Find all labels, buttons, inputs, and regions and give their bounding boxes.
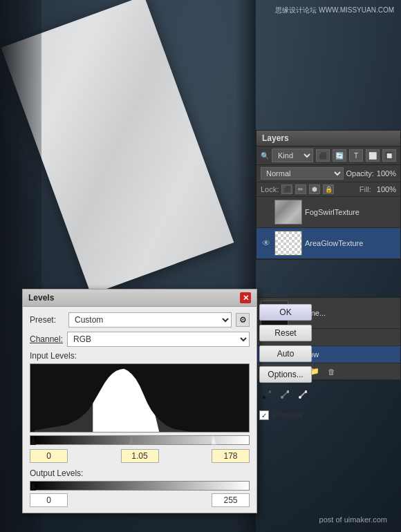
eyedropper-row	[259, 387, 312, 402]
opacity-label: Opacity:	[346, 169, 374, 178]
options-button[interactable]: Options...	[259, 366, 312, 383]
channel-label: Channel:	[30, 334, 63, 344]
layer-name-areaglow: AreaGlowTexture	[305, 239, 396, 247]
black-point-handle[interactable]	[30, 435, 36, 445]
layers-panel-title: Layers	[257, 131, 400, 146]
layers-icon-T[interactable]: T	[349, 149, 363, 162]
layers-icon-2[interactable]: 🔄	[333, 149, 346, 162]
histogram-container	[30, 363, 250, 433]
lock-icon-1[interactable]: ⬛	[281, 184, 292, 194]
output-black-handle[interactable]	[30, 481, 36, 491]
layer-areaglow[interactable]: 👁 AreaGlowTexture	[257, 228, 400, 259]
layers-icon-4[interactable]: 🔲	[382, 149, 396, 162]
input-levels-slider[interactable]	[30, 435, 250, 445]
layer-name-fogswirl: FogSwirlTexture	[305, 208, 396, 216]
dialog-titlebar: Levels ✕	[23, 289, 257, 307]
preview-checkbox[interactable]: ✓	[259, 410, 269, 420]
blend-mode-row: Normal Opacity: 100%	[257, 165, 400, 182]
watermark: 思缘设计论坛 WWW.MISSYUAN.COM	[275, 6, 394, 15]
svg-point-10	[299, 396, 301, 399]
mid-point-handle[interactable]	[129, 435, 134, 445]
dialog-close-button[interactable]: ✕	[240, 292, 251, 303]
output-black-input[interactable]	[30, 493, 68, 507]
ok-button[interactable]: OK	[259, 304, 312, 321]
dialog-title: Levels	[28, 293, 54, 303]
lock-row: Lock: ⬛ ✏ ⬢ 🔒 Fill: 100%	[257, 182, 400, 197]
preset-dropdown[interactable]: Custom	[68, 312, 232, 327]
dialog-buttons-panel: OK Reset Auto Options...	[259, 304, 312, 420]
output-white-input[interactable]	[212, 493, 250, 507]
layers-icon-1[interactable]: ⬛	[316, 149, 330, 162]
output-levels-label: Output Levels:	[30, 468, 250, 478]
layers-panel: Layers 🔍 Kind ⬛ 🔄 T ⬜ 🔲 Normal Opacity: …	[256, 130, 401, 260]
black-eyedropper-icon[interactable]	[259, 387, 274, 402]
layer-eye-fogswirl[interactable]	[261, 207, 272, 218]
preset-label: Preset:	[30, 315, 64, 325]
layers-kind-toolbar: 🔍 Kind ⬛ 🔄 T ⬜ 🔲	[257, 146, 400, 165]
blend-mode-dropdown[interactable]: Normal	[261, 167, 344, 180]
lock-icon-3[interactable]: ⬢	[309, 184, 320, 194]
white-eyedropper-icon[interactable]	[295, 387, 310, 402]
lock-icon-4[interactable]: 🔒	[323, 184, 334, 194]
svg-point-4	[263, 396, 265, 399]
channel-dropdown[interactable]: RGB Red Green Blue	[67, 332, 250, 347]
svg-rect-8	[287, 390, 289, 393]
opacity-value: 100%	[377, 169, 396, 178]
bottom-credit: post of uimaker.com	[319, 515, 387, 524]
black-point-input[interactable]	[30, 449, 68, 463]
input-levels-values-row	[30, 449, 250, 463]
white-point-input[interactable]	[212, 449, 250, 463]
output-levels-slider[interactable]	[30, 481, 250, 491]
layers-icon-3[interactable]: ⬜	[366, 149, 380, 162]
output-levels-values-row	[30, 493, 250, 507]
svg-rect-11	[305, 390, 307, 393]
levels-dialog: Levels ✕ Preset: Custom ⚙ Channel: RGB R…	[22, 289, 257, 513]
reset-button[interactable]: Reset	[259, 325, 312, 341]
layer-thumb-fogswirl	[274, 200, 302, 225]
preview-label: Preview	[273, 410, 303, 420]
fill-value: 100%	[377, 185, 396, 193]
layer-thumb-areaglow	[274, 231, 302, 256]
preset-row: Preset: Custom ⚙	[30, 312, 250, 327]
input-levels-label: Input Levels:	[30, 351, 250, 361]
lock-label: Lock:	[261, 185, 279, 193]
mid-point-input[interactable]	[121, 449, 159, 463]
layers-kind-dropdown[interactable]: Kind	[272, 149, 313, 162]
dialog-body: Preset: Custom ⚙ Channel: RGB Red Green …	[23, 307, 257, 513]
preset-settings-button[interactable]: ⚙	[236, 313, 250, 327]
delete-layer-button[interactable]: 🗑	[326, 367, 337, 377]
svg-point-7	[281, 396, 283, 399]
layer-fogswirl[interactable]: FogSwirlTexture	[257, 197, 400, 228]
lock-icon-2[interactable]: ✏	[295, 184, 306, 194]
gray-eyedropper-icon[interactable]	[277, 387, 292, 402]
histogram-chart	[30, 364, 249, 432]
preview-row: ✓ Preview	[259, 410, 312, 420]
auto-button[interactable]: Auto	[259, 345, 312, 362]
fill-label: Fill:	[360, 185, 371, 193]
channel-row: Channel: RGB Red Green Blue	[30, 332, 250, 347]
layer-eye-areaglow[interactable]: 👁	[261, 238, 272, 249]
white-point-handle[interactable]	[211, 435, 216, 445]
svg-rect-5	[269, 390, 271, 393]
